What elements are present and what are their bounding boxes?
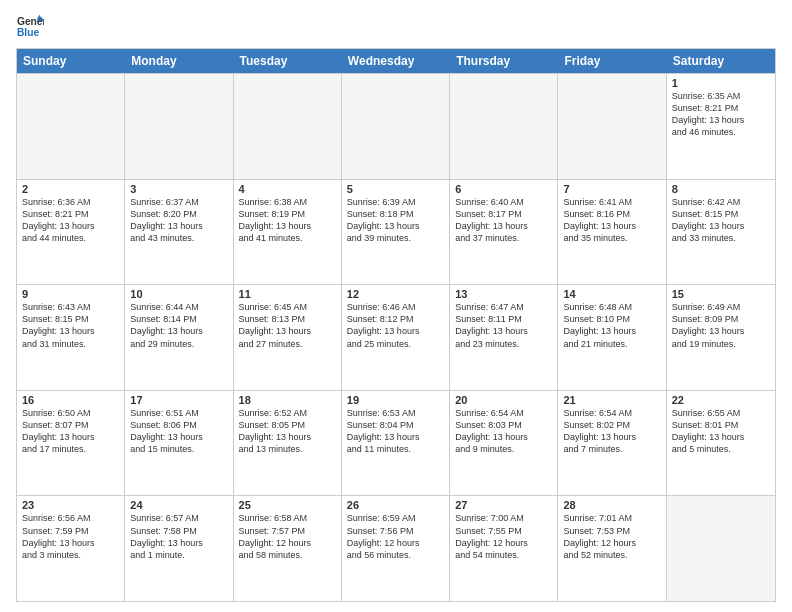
- day-info: Sunrise: 6:58 AM Sunset: 7:57 PM Dayligh…: [239, 512, 336, 561]
- calendar-cell: 1Sunrise: 6:35 AM Sunset: 8:21 PM Daylig…: [667, 74, 775, 179]
- calendar-cell: 6Sunrise: 6:40 AM Sunset: 8:17 PM Daylig…: [450, 180, 558, 285]
- calendar-cell: 8Sunrise: 6:42 AM Sunset: 8:15 PM Daylig…: [667, 180, 775, 285]
- day-info: Sunrise: 6:43 AM Sunset: 8:15 PM Dayligh…: [22, 301, 119, 350]
- calendar-cell: [558, 74, 666, 179]
- calendar-cell: 10Sunrise: 6:44 AM Sunset: 8:14 PM Dayli…: [125, 285, 233, 390]
- day-info: Sunrise: 6:47 AM Sunset: 8:11 PM Dayligh…: [455, 301, 552, 350]
- calendar-cell: 25Sunrise: 6:58 AM Sunset: 7:57 PM Dayli…: [234, 496, 342, 601]
- day-info: Sunrise: 6:36 AM Sunset: 8:21 PM Dayligh…: [22, 196, 119, 245]
- day-number: 15: [672, 288, 770, 300]
- day-header: Thursday: [450, 49, 558, 73]
- calendar-cell: 18Sunrise: 6:52 AM Sunset: 8:05 PM Dayli…: [234, 391, 342, 496]
- day-number: 9: [22, 288, 119, 300]
- day-info: Sunrise: 6:48 AM Sunset: 8:10 PM Dayligh…: [563, 301, 660, 350]
- calendar-cell: 15Sunrise: 6:49 AM Sunset: 8:09 PM Dayli…: [667, 285, 775, 390]
- day-info: Sunrise: 6:35 AM Sunset: 8:21 PM Dayligh…: [672, 90, 770, 139]
- calendar: SundayMondayTuesdayWednesdayThursdayFrid…: [16, 48, 776, 602]
- day-info: Sunrise: 6:38 AM Sunset: 8:19 PM Dayligh…: [239, 196, 336, 245]
- logo-icon: General Blue: [16, 12, 44, 40]
- day-number: 6: [455, 183, 552, 195]
- day-info: Sunrise: 6:51 AM Sunset: 8:06 PM Dayligh…: [130, 407, 227, 456]
- page: General Blue SundayMondayTuesdayWednesda…: [0, 0, 792, 612]
- day-number: 26: [347, 499, 444, 511]
- day-header: Sunday: [17, 49, 125, 73]
- day-info: Sunrise: 7:01 AM Sunset: 7:53 PM Dayligh…: [563, 512, 660, 561]
- day-info: Sunrise: 6:46 AM Sunset: 8:12 PM Dayligh…: [347, 301, 444, 350]
- day-info: Sunrise: 6:54 AM Sunset: 8:03 PM Dayligh…: [455, 407, 552, 456]
- day-info: Sunrise: 6:56 AM Sunset: 7:59 PM Dayligh…: [22, 512, 119, 561]
- calendar-cell: 5Sunrise: 6:39 AM Sunset: 8:18 PM Daylig…: [342, 180, 450, 285]
- day-number: 3: [130, 183, 227, 195]
- calendar-cell: 22Sunrise: 6:55 AM Sunset: 8:01 PM Dayli…: [667, 391, 775, 496]
- calendar-cell: [17, 74, 125, 179]
- day-header: Monday: [125, 49, 233, 73]
- day-number: 5: [347, 183, 444, 195]
- calendar-cell: 27Sunrise: 7:00 AM Sunset: 7:55 PM Dayli…: [450, 496, 558, 601]
- day-number: 24: [130, 499, 227, 511]
- day-info: Sunrise: 6:44 AM Sunset: 8:14 PM Dayligh…: [130, 301, 227, 350]
- calendar-cell: 12Sunrise: 6:46 AM Sunset: 8:12 PM Dayli…: [342, 285, 450, 390]
- calendar-row: 23Sunrise: 6:56 AM Sunset: 7:59 PM Dayli…: [17, 495, 775, 601]
- day-number: 27: [455, 499, 552, 511]
- calendar-cell: [450, 74, 558, 179]
- day-info: Sunrise: 6:52 AM Sunset: 8:05 PM Dayligh…: [239, 407, 336, 456]
- calendar-cell: [342, 74, 450, 179]
- calendar-grid: 1Sunrise: 6:35 AM Sunset: 8:21 PM Daylig…: [17, 73, 775, 601]
- calendar-cell: 28Sunrise: 7:01 AM Sunset: 7:53 PM Dayli…: [558, 496, 666, 601]
- day-info: Sunrise: 6:42 AM Sunset: 8:15 PM Dayligh…: [672, 196, 770, 245]
- calendar-row: 9Sunrise: 6:43 AM Sunset: 8:15 PM Daylig…: [17, 284, 775, 390]
- calendar-row: 2Sunrise: 6:36 AM Sunset: 8:21 PM Daylig…: [17, 179, 775, 285]
- day-header: Tuesday: [234, 49, 342, 73]
- day-number: 8: [672, 183, 770, 195]
- day-info: Sunrise: 6:55 AM Sunset: 8:01 PM Dayligh…: [672, 407, 770, 456]
- calendar-cell: 19Sunrise: 6:53 AM Sunset: 8:04 PM Dayli…: [342, 391, 450, 496]
- day-number: 11: [239, 288, 336, 300]
- calendar-cell: 9Sunrise: 6:43 AM Sunset: 8:15 PM Daylig…: [17, 285, 125, 390]
- day-header: Wednesday: [342, 49, 450, 73]
- svg-text:Blue: Blue: [17, 27, 40, 38]
- calendar-cell: 24Sunrise: 6:57 AM Sunset: 7:58 PM Dayli…: [125, 496, 233, 601]
- day-number: 19: [347, 394, 444, 406]
- calendar-cell: 23Sunrise: 6:56 AM Sunset: 7:59 PM Dayli…: [17, 496, 125, 601]
- calendar-cell: 7Sunrise: 6:41 AM Sunset: 8:16 PM Daylig…: [558, 180, 666, 285]
- calendar-cell: [667, 496, 775, 601]
- day-number: 21: [563, 394, 660, 406]
- day-info: Sunrise: 6:39 AM Sunset: 8:18 PM Dayligh…: [347, 196, 444, 245]
- calendar-cell: 20Sunrise: 6:54 AM Sunset: 8:03 PM Dayli…: [450, 391, 558, 496]
- day-info: Sunrise: 6:53 AM Sunset: 8:04 PM Dayligh…: [347, 407, 444, 456]
- day-number: 25: [239, 499, 336, 511]
- day-info: Sunrise: 6:57 AM Sunset: 7:58 PM Dayligh…: [130, 512, 227, 561]
- calendar-cell: 3Sunrise: 6:37 AM Sunset: 8:20 PM Daylig…: [125, 180, 233, 285]
- day-number: 16: [22, 394, 119, 406]
- day-number: 20: [455, 394, 552, 406]
- calendar-row: 16Sunrise: 6:50 AM Sunset: 8:07 PM Dayli…: [17, 390, 775, 496]
- day-info: Sunrise: 6:37 AM Sunset: 8:20 PM Dayligh…: [130, 196, 227, 245]
- calendar-cell: 14Sunrise: 6:48 AM Sunset: 8:10 PM Dayli…: [558, 285, 666, 390]
- day-info: Sunrise: 6:41 AM Sunset: 8:16 PM Dayligh…: [563, 196, 660, 245]
- day-number: 28: [563, 499, 660, 511]
- day-info: Sunrise: 6:40 AM Sunset: 8:17 PM Dayligh…: [455, 196, 552, 245]
- day-number: 22: [672, 394, 770, 406]
- day-info: Sunrise: 6:49 AM Sunset: 8:09 PM Dayligh…: [672, 301, 770, 350]
- header: General Blue: [16, 12, 776, 40]
- day-number: 13: [455, 288, 552, 300]
- day-number: 4: [239, 183, 336, 195]
- day-number: 10: [130, 288, 227, 300]
- calendar-cell: 26Sunrise: 6:59 AM Sunset: 7:56 PM Dayli…: [342, 496, 450, 601]
- day-number: 1: [672, 77, 770, 89]
- calendar-cell: [234, 74, 342, 179]
- day-info: Sunrise: 6:50 AM Sunset: 8:07 PM Dayligh…: [22, 407, 119, 456]
- calendar-cell: 21Sunrise: 6:54 AM Sunset: 8:02 PM Dayli…: [558, 391, 666, 496]
- day-number: 17: [130, 394, 227, 406]
- day-number: 7: [563, 183, 660, 195]
- calendar-cell: 2Sunrise: 6:36 AM Sunset: 8:21 PM Daylig…: [17, 180, 125, 285]
- day-number: 14: [563, 288, 660, 300]
- day-headers: SundayMondayTuesdayWednesdayThursdayFrid…: [17, 49, 775, 73]
- day-number: 18: [239, 394, 336, 406]
- day-number: 12: [347, 288, 444, 300]
- calendar-cell: 4Sunrise: 6:38 AM Sunset: 8:19 PM Daylig…: [234, 180, 342, 285]
- day-info: Sunrise: 6:45 AM Sunset: 8:13 PM Dayligh…: [239, 301, 336, 350]
- logo: General Blue: [16, 12, 47, 40]
- day-header: Friday: [558, 49, 666, 73]
- calendar-cell: 11Sunrise: 6:45 AM Sunset: 8:13 PM Dayli…: [234, 285, 342, 390]
